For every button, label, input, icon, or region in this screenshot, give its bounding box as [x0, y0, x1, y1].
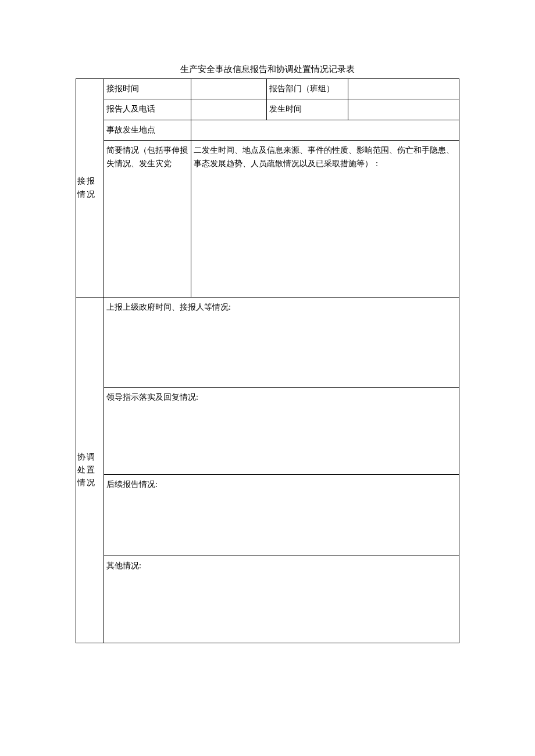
table-row: 协调处置情况 上报上级政府时间、接报人等情况:	[76, 298, 459, 388]
cell-location-label: 事故发生地点	[104, 120, 191, 140]
cell-received-time-value	[191, 79, 267, 99]
cell-report-up: 上报上级政府时间、接报人等情况:	[104, 298, 459, 388]
record-table: 接报情况 接报时间 报告部门（班组） 报告人及电话 发生时间 事故发生地点 简要…	[76, 78, 459, 643]
cell-location-value	[191, 120, 459, 140]
table-row: 接报情况 接报时间 报告部门（班组）	[76, 79, 459, 99]
cell-followup: 后续报告情况:	[104, 475, 459, 556]
page-title: 生产安全事故信息报告和协调处置情况记录表	[76, 64, 459, 75]
cell-brief-label: 简要情况（包括事伸损失情况、发生灾党	[104, 141, 191, 298]
cell-received-time-label: 接报时间	[104, 79, 191, 99]
cell-report-dept-label: 报告部门（班组）	[267, 79, 348, 99]
section-label-coord: 协调处置情况	[76, 298, 104, 643]
section-label-received: 接报情况	[76, 79, 104, 298]
cell-other: 其他情况:	[104, 556, 459, 643]
cell-brief-value: 二发生时间、地点及信息来源、事件的性质、影响范围、伤亡和手隐患、事态发展趋势、人…	[191, 141, 459, 298]
cell-occur-time-label: 发生时间	[267, 99, 348, 120]
cell-leader-feedback: 领导指示落实及回复情况:	[104, 388, 459, 475]
table-row: 领导指示落实及回复情况:	[76, 388, 459, 475]
table-row: 其他情况:	[76, 556, 459, 643]
table-row: 事故发生地点	[76, 120, 459, 140]
cell-reporter-phone-label: 报告人及电话	[104, 99, 191, 120]
cell-reporter-phone-value	[191, 99, 267, 120]
table-row: 简要情况（包括事伸损失情况、发生灾党 二发生时间、地点及信息来源、事件的性质、影…	[76, 141, 459, 298]
cell-occur-time-value	[348, 99, 459, 120]
table-row: 报告人及电话 发生时间	[76, 99, 459, 120]
cell-report-dept-value	[348, 79, 459, 99]
table-row: 后续报告情况:	[76, 475, 459, 556]
